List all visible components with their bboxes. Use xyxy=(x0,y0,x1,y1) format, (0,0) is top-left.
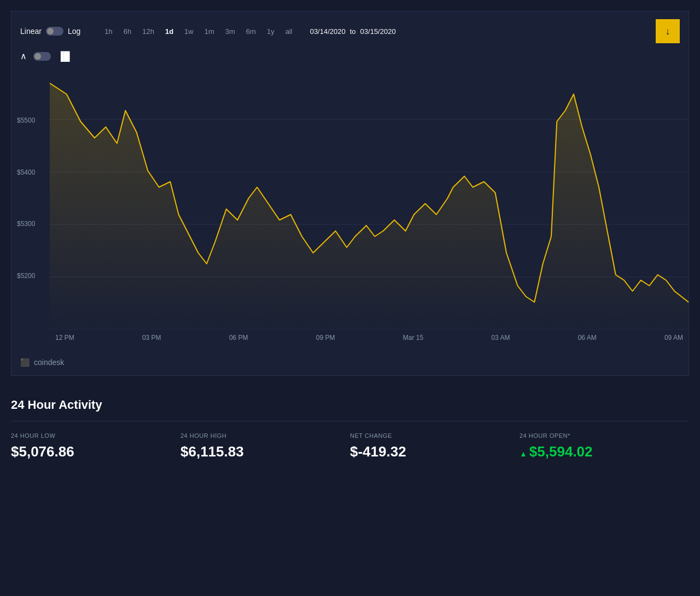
x-label-9pm: 09 PM xyxy=(316,334,335,351)
time-btn-1m[interactable]: 1m xyxy=(200,25,219,38)
line-chart-toggle[interactable]: ∧ xyxy=(20,51,27,61)
activity-stats: 24 HOUR LOW $5,076.86 24 HOUR HIGH $6,11… xyxy=(11,432,689,460)
y-label-5500: $5500 xyxy=(17,117,35,124)
y-label-5200: $5200 xyxy=(17,272,35,280)
activity-divider xyxy=(11,421,689,421)
date-to-label: to xyxy=(350,27,356,36)
coindesk-icon: ⬛ xyxy=(20,358,30,367)
chart-container: Linear Log 1h 6h 12h 1d 1w 1m 3m 6m 1y a… xyxy=(11,11,689,376)
stat-value-high: $6,115.83 xyxy=(180,443,350,460)
x-label-3am: 03 AM xyxy=(491,334,510,351)
time-btn-6h[interactable]: 6h xyxy=(119,25,136,38)
up-arrow-icon: ▲ xyxy=(520,449,527,458)
y-labels: $5500 $5400 $5300 $5200 xyxy=(17,67,35,329)
chart-sub-toolbar: ∧ ▐█ xyxy=(11,48,689,67)
stat-label-open: 24 HOUR OPEN* xyxy=(520,432,689,439)
x-label-mar15: Mar 15 xyxy=(403,334,423,351)
bar-icon: ▐█ xyxy=(57,51,70,61)
activity-section: 24 Hour Activity 24 HOUR LOW $5,076.86 2… xyxy=(0,387,700,460)
time-btn-3m[interactable]: 3m xyxy=(221,25,240,38)
stat-item-low: 24 HOUR LOW $5,076.86 xyxy=(11,432,180,460)
chart-svg-wrapper xyxy=(50,67,689,329)
chart-svg xyxy=(50,67,689,329)
time-btn-1d[interactable]: 1d xyxy=(161,25,178,38)
x-label-3pm: 03 PM xyxy=(142,334,161,351)
date-from: 03/14/2020 xyxy=(310,27,346,36)
linear-label: Linear xyxy=(20,27,42,36)
time-btn-all[interactable]: all xyxy=(281,25,297,38)
stat-value-low: $5,076.86 xyxy=(11,443,180,460)
time-btn-1y[interactable]: 1y xyxy=(262,25,279,38)
y-label-5300: $5300 xyxy=(17,220,35,228)
stat-value-net: $-419.32 xyxy=(350,443,520,460)
stat-value-open: ▲$5,594.02 xyxy=(520,443,689,460)
linear-log-toggle[interactable]: Linear Log xyxy=(20,27,80,36)
y-label-5400: $5400 xyxy=(17,169,35,176)
stat-item-open: 24 HOUR OPEN* ▲$5,594.02 xyxy=(520,432,689,460)
x-label-12pm: 12 PM xyxy=(55,334,74,351)
x-label-6pm: 06 PM xyxy=(229,334,248,351)
toggle-switch-2[interactable] xyxy=(33,52,51,61)
coindesk-text: coindesk xyxy=(34,358,64,367)
bar-chart-toggle[interactable]: ▐█ xyxy=(57,51,70,61)
x-label-9am: 09 AM xyxy=(664,334,683,351)
x-labels: 12 PM 03 PM 06 PM 09 PM Mar 15 03 AM 06 … xyxy=(50,329,689,351)
chart-toolbar: Linear Log 1h 6h 12h 1d 1w 1m 3m 6m 1y a… xyxy=(11,11,689,48)
stat-label-high: 24 HOUR HIGH xyxy=(180,432,350,439)
time-btn-1h[interactable]: 1h xyxy=(100,25,116,38)
time-btn-6m[interactable]: 6m xyxy=(242,25,260,38)
stat-item-high: 24 HOUR HIGH $6,115.83 xyxy=(180,432,350,460)
date-range: 03/14/2020 to 03/15/2020 xyxy=(310,27,396,36)
time-btn-12h[interactable]: 12h xyxy=(138,25,159,38)
time-btn-1w[interactable]: 1w xyxy=(180,25,198,38)
line-icon: ∧ xyxy=(20,51,27,61)
coindesk-logo: ⬛ coindesk xyxy=(11,351,689,375)
x-label-6am: 06 AM xyxy=(578,334,597,351)
activity-title: 24 Hour Activity xyxy=(11,398,689,412)
download-button[interactable]: ↓ xyxy=(656,19,680,43)
date-to: 03/15/2020 xyxy=(360,27,396,36)
log-label: Log xyxy=(68,27,80,36)
chart-area: $5500 $5400 $5300 $5200 xyxy=(11,67,689,351)
stat-label-low: 24 HOUR LOW xyxy=(11,432,180,439)
time-buttons: 1h 6h 12h 1d 1w 1m 3m 6m 1y all xyxy=(100,25,296,38)
toggle-switch[interactable] xyxy=(46,27,63,36)
stat-label-net: NET CHANGE xyxy=(350,432,520,439)
stat-item-net: NET CHANGE $-419.32 xyxy=(350,432,520,460)
